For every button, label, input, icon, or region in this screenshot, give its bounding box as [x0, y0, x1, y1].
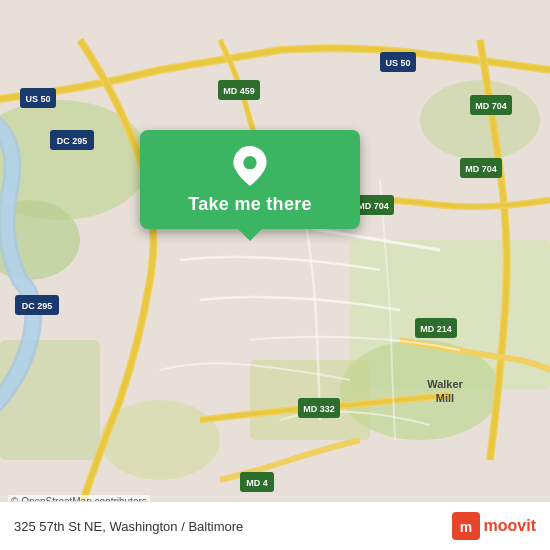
svg-point-33: [243, 156, 256, 169]
moovit-label: moovit: [484, 517, 536, 535]
location-pin-icon: [230, 146, 270, 186]
svg-text:MD 704: MD 704: [357, 201, 389, 211]
svg-text:m: m: [459, 519, 471, 535]
svg-text:MD 214: MD 214: [420, 324, 452, 334]
svg-text:MD 704: MD 704: [465, 164, 497, 174]
svg-text:MD 332: MD 332: [303, 404, 335, 414]
svg-text:Mill: Mill: [436, 392, 454, 404]
bottom-bar: 325 57th St NE, Washington / Baltimore m…: [0, 501, 550, 550]
take-me-there-button[interactable]: Take me there: [188, 194, 312, 215]
svg-text:US 50: US 50: [385, 58, 410, 68]
svg-point-8: [420, 80, 540, 160]
map-container: US 50 US 50 DC 295 DC 295 MD 459 MD 704 …: [0, 0, 550, 550]
popup-card[interactable]: Take me there: [140, 130, 360, 229]
svg-text:MD 459: MD 459: [223, 86, 255, 96]
moovit-logo: m moovit: [452, 512, 536, 540]
svg-text:MD 704: MD 704: [475, 101, 507, 111]
svg-text:Walker: Walker: [427, 378, 463, 390]
address-text: 325 57th St NE, Washington / Baltimore: [14, 519, 243, 534]
map-svg: US 50 US 50 DC 295 DC 295 MD 459 MD 704 …: [0, 0, 550, 550]
svg-text:US 50: US 50: [25, 94, 50, 104]
moovit-brand-icon: m: [452, 512, 480, 540]
svg-text:DC 295: DC 295: [22, 301, 53, 311]
svg-text:MD 4: MD 4: [246, 478, 268, 488]
svg-text:DC 295: DC 295: [57, 136, 88, 146]
